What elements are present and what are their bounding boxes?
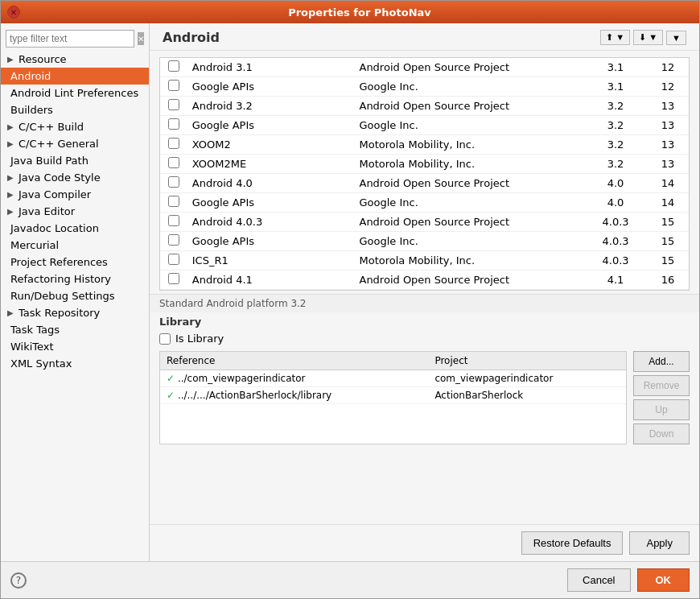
reference-row[interactable]: ✓ ../../.../ActionBarSherlock/library Ac…: [160, 387, 626, 404]
down-button[interactable]: Down: [633, 423, 690, 444]
ref-path: ✓ ../../.../ActionBarSherlock/library: [160, 387, 428, 404]
row-checkbox-cell[interactable]: [160, 155, 187, 174]
task-repository-arrow-icon: ▶: [7, 308, 17, 317]
row-checkbox[interactable]: [168, 157, 179, 168]
filter-input[interactable]: [6, 30, 134, 48]
is-library-label[interactable]: Is Library: [175, 333, 224, 345]
row-checkbox[interactable]: [168, 234, 179, 246]
sidebar-item-mercurial[interactable]: Mercurial: [1, 237, 149, 254]
up-button[interactable]: Up: [633, 399, 690, 420]
sidebar-item-label: Android: [10, 70, 51, 82]
android-table: Android 3.1 Android Open Source Project …: [160, 58, 689, 291]
row-checkbox[interactable]: [168, 80, 179, 91]
row-checkbox[interactable]: [168, 254, 179, 265]
help-button[interactable]: ?: [10, 572, 27, 589]
row-checkbox-cell[interactable]: [160, 290, 187, 291]
reference-table: Reference Project ✓ ../com_viewpagerindi…: [160, 352, 626, 404]
toolbar-nav-btn2[interactable]: ⬇ ▼: [633, 30, 663, 45]
table-row: Android 4.0 Android Open Source Project …: [160, 174, 689, 193]
row-name: Android 4.0.3: [187, 213, 355, 232]
row-checkbox-cell[interactable]: [160, 213, 187, 232]
row-api: 16: [647, 290, 689, 291]
table-row: Google APIs Google Inc. 4.0.3 15: [160, 232, 689, 251]
cancel-button[interactable]: Cancel: [567, 568, 630, 592]
row-checkbox[interactable]: [168, 118, 179, 130]
toolbar-menu-btn[interactable]: ▼: [666, 31, 686, 45]
remove-button[interactable]: Remove: [633, 375, 690, 396]
row-checkbox[interactable]: [168, 196, 179, 207]
sidebar-item-builders[interactable]: Builders: [1, 101, 149, 118]
sidebar-item-java-editor[interactable]: ▶ Java Editor: [1, 203, 149, 220]
sidebar-item-android[interactable]: Android: [1, 68, 149, 85]
sidebar-item-label: Mercurial: [10, 239, 59, 251]
sidebar-item-task-tags[interactable]: Task Tags: [1, 321, 149, 338]
sidebar-item-label: C/C++ General: [19, 138, 99, 150]
row-api: 12: [647, 58, 689, 77]
row-name: Android 4.1: [187, 271, 355, 290]
row-checkbox-cell[interactable]: [160, 271, 187, 290]
row-checkbox-cell[interactable]: [160, 77, 187, 97]
cpp-general-arrow-icon: ▶: [7, 139, 17, 148]
add-button[interactable]: Add...: [633, 351, 690, 372]
row-checkbox-cell[interactable]: [160, 193, 187, 213]
main-window: ✕ Properties for PhotoNav ✕ ▶ Resource A…: [0, 0, 700, 599]
sidebar-item-java-build-path[interactable]: Java Build Path: [1, 152, 149, 169]
row-checkbox[interactable]: [168, 138, 179, 149]
row-name: Android 3.2: [187, 97, 355, 116]
row-name: Google APIs: [187, 116, 355, 135]
row-vendor: Motorola Mobility, Inc.: [354, 135, 584, 155]
row-vendor: Google Inc.: [354, 77, 584, 97]
row-version: 4.0: [584, 193, 647, 213]
sidebar-item-label: Android Lint Preferences: [10, 87, 138, 99]
sidebar-item-cpp-build[interactable]: ▶ C/C++ Build: [1, 118, 149, 135]
ref-project: com_viewpagerindicator: [428, 370, 626, 387]
apply-button[interactable]: Apply: [629, 531, 690, 555]
library-title: Library: [159, 316, 690, 328]
row-checkbox-cell[interactable]: [160, 116, 187, 135]
row-version: 4.1: [584, 271, 647, 290]
filter-clear-button[interactable]: ✕: [138, 32, 144, 45]
sidebar-item-run-debug-settings[interactable]: Run/Debug Settings: [1, 287, 149, 304]
row-name: XOOM2: [187, 135, 355, 155]
sidebar-item-resource[interactable]: ▶ Resource: [1, 51, 149, 68]
filter-box: ✕: [1, 27, 149, 51]
row-checkbox-cell[interactable]: [160, 135, 187, 155]
ok-button[interactable]: OK: [637, 568, 690, 592]
row-checkbox-cell[interactable]: [160, 174, 187, 193]
sidebar-item-label: Resource: [19, 53, 67, 65]
sidebar-item-javadoc-location[interactable]: Javadoc Location: [1, 220, 149, 237]
sidebar-item-label: WikiText: [10, 341, 54, 353]
sidebar-item-wikitext[interactable]: WikiText: [1, 338, 149, 355]
project-col-header: Project: [428, 352, 626, 370]
row-checkbox-cell[interactable]: [160, 251, 187, 271]
sidebar-item-java-compiler[interactable]: ▶ Java Compiler: [1, 186, 149, 203]
sidebar-item-refactoring-history[interactable]: Refactoring History: [1, 271, 149, 287]
sidebar-item-cpp-general[interactable]: ▶ C/C++ General: [1, 135, 149, 152]
table-row: Android 3.1 Android Open Source Project …: [160, 58, 689, 77]
row-name: Google APIs: [187, 232, 355, 251]
row-vendor: Google Inc.: [354, 193, 584, 213]
row-checkbox[interactable]: [168, 60, 179, 72]
sidebar-item-task-repository[interactable]: ▶ Task Repository: [1, 304, 149, 321]
is-library-checkbox[interactable]: [159, 333, 171, 345]
row-checkbox-cell[interactable]: [160, 232, 187, 251]
footer-buttons: Cancel OK: [567, 568, 690, 592]
reference-row[interactable]: ✓ ../com_viewpagerindicator com_viewpage…: [160, 370, 626, 387]
sidebar-item-xml-syntax[interactable]: XML Syntax: [1, 355, 149, 372]
row-checkbox[interactable]: [168, 176, 179, 188]
window-footer: ? Cancel OK: [1, 561, 699, 598]
sidebar-item-android-lint[interactable]: Android Lint Preferences: [1, 85, 149, 101]
row-checkbox-cell[interactable]: [160, 97, 187, 116]
row-version: 4.0: [584, 174, 647, 193]
is-library-row: Is Library: [159, 333, 690, 345]
restore-defaults-button[interactable]: Restore Defaults: [521, 531, 624, 555]
row-api: 14: [647, 174, 689, 193]
row-checkbox[interactable]: [168, 215, 179, 226]
sidebar-item-project-references[interactable]: Project References: [1, 254, 149, 271]
row-checkbox[interactable]: [168, 273, 179, 284]
sidebar-item-java-code-style[interactable]: ▶ Java Code Style: [1, 169, 149, 186]
close-button[interactable]: ✕: [7, 6, 20, 19]
toolbar-nav-btn1[interactable]: ⬆ ▼: [600, 30, 630, 45]
row-checkbox-cell[interactable]: [160, 58, 187, 77]
row-checkbox[interactable]: [168, 99, 179, 110]
